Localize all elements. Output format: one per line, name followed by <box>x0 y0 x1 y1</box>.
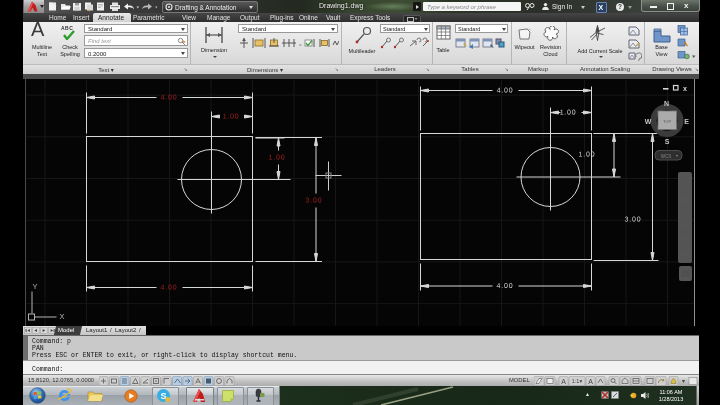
svg-text:4.00: 4.00 <box>161 93 178 100</box>
svg-text:1.00: 1.00 <box>223 113 240 120</box>
svg-text:WCS: WCS <box>661 154 672 159</box>
svg-text:Y: Y <box>32 282 37 291</box>
svg-text:4.00: 4.00 <box>497 86 514 93</box>
svg-text:x: x <box>683 85 687 92</box>
svg-text:E: E <box>684 118 689 125</box>
svg-text:S: S <box>665 138 670 145</box>
svg-text:N: N <box>664 100 669 107</box>
svg-text:1.00: 1.00 <box>579 151 596 158</box>
svg-text:3.00: 3.00 <box>306 197 323 204</box>
svg-text:1.00: 1.00 <box>560 109 577 116</box>
svg-text:4.00: 4.00 <box>497 282 514 289</box>
svg-text:4.00: 4.00 <box>161 283 178 290</box>
svg-text:X: X <box>59 312 64 321</box>
svg-text:1:1▾: 1:1▾ <box>572 378 583 384</box>
svg-text:▾: ▾ <box>682 378 685 384</box>
svg-text:3.00: 3.00 <box>625 216 642 223</box>
svg-text:W: W <box>645 118 652 125</box>
svg-text:▾: ▾ <box>676 153 678 158</box>
svg-text:TOP: TOP <box>663 119 671 124</box>
svg-text:A: A <box>561 378 566 385</box>
svg-text:1.00: 1.00 <box>269 154 286 161</box>
svg-text:A: A <box>588 378 593 385</box>
